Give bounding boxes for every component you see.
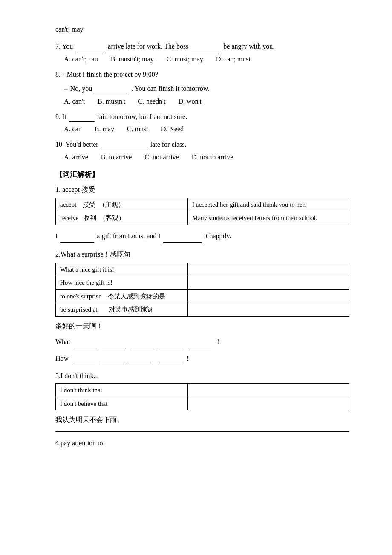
question-10-text: 10. You'd better late for class. [55, 139, 349, 150]
question-8-options: A. can't B. mustn't C. needn't D. won't [55, 98, 349, 105]
option-7c: C. must; may [167, 55, 203, 63]
option-10c: C. not arrive [144, 153, 179, 161]
section-divider [55, 431, 349, 432]
option-7a: A. can't; can [64, 55, 98, 63]
option-8d: D. won't [178, 98, 201, 105]
vocab-3-block: 3.I don't think... I don't think that I … [55, 372, 349, 432]
table-row: receive 收到 （客观） Many students received l… [56, 211, 349, 225]
question-8-subtext: -- No, you . You can finish it tomorrow. [55, 83, 349, 94]
table-row: accept 接受 （主观） I accepted her gift and s… [56, 198, 349, 211]
question-9: 9. It rain tomorrow, but I am not sure. … [55, 111, 349, 133]
vocab-section-title: 【词汇解析】 [55, 170, 349, 179]
vocab-2-block: 2.What a surprise！感慨句 What a nice gift i… [55, 250, 349, 365]
option-7d: D. can; must [216, 55, 251, 63]
question-8: 8. --Must I finish the project by 9:00? … [55, 69, 349, 105]
option-10b: B. to arrive [101, 153, 132, 161]
vocab-2-table: What a nice gift it is! How nice the gif… [55, 263, 349, 317]
table-row: I don't think that [56, 384, 349, 397]
vocab-1-fill: I a gift from Louis, and I it happily. [55, 230, 349, 243]
vocab-4-block: 4.pay attention to [55, 439, 349, 447]
option-8a: A. can't [64, 98, 85, 105]
option-9b: B. may [95, 125, 114, 133]
question-10-options: A. arrive B. to arrive C. not arrive D. … [55, 153, 349, 161]
option-8c: C. needn't [138, 98, 165, 105]
option-7b: B. mustn't; may [111, 55, 154, 63]
table-row: be surprised at 对某事感到惊讶 [56, 303, 349, 317]
vocab-2-title: 2.What a surprise！感慨句 [55, 250, 349, 259]
table-row: to one's surprise 令某人感到惊讶的是 [56, 289, 349, 303]
option-9d: D. Need [161, 125, 184, 133]
question-8-text: 8. --Must I finish the project by 9:00? [55, 69, 349, 80]
option-8b: B. mustn't [98, 98, 125, 105]
intro-line: can't; may [55, 26, 349, 33]
vocab-3-title: 3.I don't think... [55, 372, 349, 380]
vocab-3-chinese: 我认为明天不会下雨。 [55, 416, 349, 425]
table-row: I don't believe that [56, 397, 349, 410]
vocab-3-table: I don't think that I don't believe that [55, 383, 349, 410]
vocab-4-title: 4.pay attention to [55, 439, 349, 447]
option-10a: A. arrive [64, 153, 88, 161]
question-7-text: 7. You arrive late for work. The boss be… [55, 41, 349, 52]
question-9-options: A. can B. may C. must D. Need [55, 125, 349, 133]
table-row: What a nice gift it is! [56, 263, 349, 276]
vocab-1-title: 1. accept 接受 [55, 185, 349, 194]
vocab-2-what-line: What ！ [55, 336, 349, 348]
vocab-1-block: 1. accept 接受 accept 接受 （主观） I accepted h… [55, 185, 349, 243]
option-10d: D. not to arrive [192, 153, 233, 161]
question-7-options: A. can't; can B. mustn't; may C. must; m… [55, 55, 349, 63]
table-row: How nice the gift is! [56, 276, 349, 290]
question-7: 7. You arrive late for work. The boss be… [55, 41, 349, 63]
option-9a: A. can [64, 125, 82, 133]
option-9c: C. must [127, 125, 148, 133]
vocab-2-how-line: How ！ [55, 353, 349, 365]
vocab-1-table: accept 接受 （主观） I accepted her gift and s… [55, 198, 349, 225]
question-9-text: 9. It rain tomorrow, but I am not sure. [55, 111, 349, 122]
question-10: 10. You'd better late for class. A. arri… [55, 139, 349, 161]
vocab-2-chinese: 多好的一天啊！ [55, 322, 349, 331]
